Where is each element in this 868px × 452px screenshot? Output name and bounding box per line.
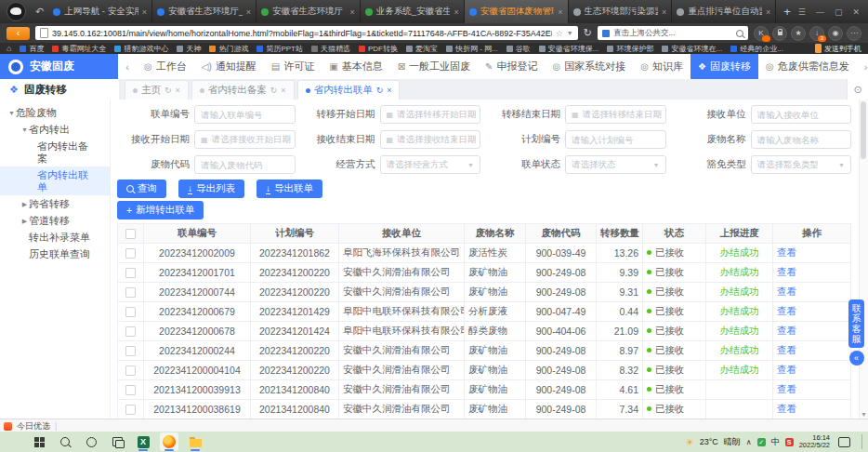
sidebar-item-transfer-record[interactable]: 省内转出备案 <box>0 138 110 166</box>
plan-no-input[interactable] <box>565 130 666 149</box>
nav-back-button[interactable]: ‹ <box>7 27 30 40</box>
antivirus-icon[interactable]: ✓ <box>757 438 766 446</box>
taskbar-app-explorer[interactable] <box>186 432 204 451</box>
view-link[interactable]: 查看 <box>777 403 796 414</box>
tab-close-icon[interactable]: × <box>554 7 562 17</box>
new-tab-button[interactable]: + <box>783 5 791 19</box>
waste-code-input[interactable] <box>194 155 296 174</box>
more-button[interactable]: ⋯ <box>847 26 861 41</box>
nav-item-national-system[interactable]: ◎国家系统对接 <box>545 54 633 79</box>
weather-temp[interactable]: 23°C <box>700 437 718 446</box>
tab-close-icon[interactable]: × <box>281 86 285 95</box>
tab-close-icon[interactable]: × <box>450 7 458 17</box>
search-button[interactable]: 查询 <box>117 179 166 198</box>
exemption-type-select[interactable]: 请选择豁免类型▼ <box>751 155 852 174</box>
tab-close-icon[interactable]: × <box>176 86 180 95</box>
vertical-scrollbar[interactable]: ▼ <box>859 100 868 419</box>
sidebar-item-provincial-transfer-out[interactable]: ▼省内转出 <box>0 121 110 138</box>
taskbar-app-browser[interactable] <box>160 432 178 451</box>
tab-close-icon[interactable]: × <box>347 7 355 17</box>
waste-name-input[interactable] <box>751 130 852 149</box>
today-deals-label[interactable]: 今日优选 <box>17 420 50 432</box>
nav-item-hazwaste-supply-info[interactable]: ◎危废供需信息发 <box>758 54 857 79</box>
cortana-button[interactable] <box>82 432 100 451</box>
customer-service-button[interactable]: 联系客服 <box>848 299 864 348</box>
view-link[interactable]: 查看 <box>777 246 796 258</box>
add-manifest-button[interactable]: +新增转出联单 <box>117 201 204 219</box>
home-icon[interactable]: ⌂ <box>7 44 11 53</box>
nav-scroll-left-icon[interactable]: ‹ <box>118 54 137 79</box>
close-button[interactable]: ✕ <box>852 7 860 17</box>
transfer-start-date-input[interactable]: ▦请选择转移开始日期 <box>380 105 481 124</box>
receive-start-date-input[interactable]: ▦请选择接收开始日期 <box>194 130 296 149</box>
refresh-icon[interactable]: ↻ <box>584 27 592 39</box>
tab-close-icon[interactable]: × <box>138 7 147 17</box>
view-link[interactable]: 查看 <box>777 344 796 355</box>
nav-item-basic-info[interactable]: ▣基本信息 <box>322 54 389 79</box>
browser-logo-icon[interactable] <box>7 2 26 21</box>
sidebar-item-supplementary-entry[interactable]: 转出补录菜单 <box>0 229 110 246</box>
browser-tab[interactable]: 安徽省生态环境厅× <box>256 0 361 23</box>
tab-provincial-transfer-manifest[interactable]: 省内转出联单↻× <box>297 80 401 100</box>
collapse-button[interactable]: « <box>849 351 864 366</box>
bookmark[interactable]: 安徽省环境在... <box>662 44 722 54</box>
bookmark[interactable]: 快折网 - 网... <box>446 44 498 54</box>
minimize-button[interactable]: — <box>816 7 824 17</box>
clock[interactable]: 16:14 2022/5/22 <box>799 434 830 450</box>
bookmark[interactable]: PDF转换 <box>359 44 398 54</box>
row-checkbox[interactable] <box>125 307 136 317</box>
weather-text[interactable]: 晴朗 <box>724 436 741 448</box>
tab-refresh-icon[interactable]: ↻ <box>270 86 278 95</box>
row-checkbox[interactable] <box>125 287 136 298</box>
url-text[interactable]: 39.145.0.162:10081/main/view/home/horizo… <box>52 29 552 38</box>
favorites-button[interactable]: ★ <box>791 26 806 41</box>
bookmark[interactable]: 热门游戏 <box>209 44 248 54</box>
task-view-button[interactable] <box>108 432 126 451</box>
tab-refresh-icon[interactable]: ↻ <box>164 86 172 95</box>
row-checkbox[interactable] <box>125 326 136 337</box>
scrollbar-down-icon[interactable]: ▼ <box>860 411 868 418</box>
notification-center-icon[interactable] <box>838 437 850 447</box>
browser-search-box[interactable]: 直击上海公共交... <box>598 26 748 40</box>
browser-tab[interactable]: 上网导航 - 安全实用...× <box>48 0 152 23</box>
scrollbar-thumb[interactable] <box>861 101 866 159</box>
select-all-checkbox[interactable] <box>125 229 136 239</box>
bookmark[interactable]: 经典的企业... <box>730 44 783 54</box>
row-checkbox[interactable] <box>125 268 136 278</box>
lock-button[interactable] <box>772 26 787 41</box>
browser-menu-icon[interactable]: ☰ <box>798 7 806 17</box>
game-center-button[interactable]: ◉ <box>828 26 843 41</box>
nav-item-knowledge-base[interactable]: ◎知识库 <box>633 54 690 79</box>
view-link[interactable]: 查看 <box>777 286 796 297</box>
download-button[interactable]: ↓3 <box>809 26 824 41</box>
row-checkbox[interactable] <box>125 366 136 376</box>
favorite-star-icon[interactable]: ☆ <box>556 29 563 38</box>
nav-item-waste-transfer[interactable]: ❖固废转移 <box>690 54 758 79</box>
export-list-button[interactable]: ↓导出列表 <box>178 179 244 198</box>
sidebar-item-cross-province-transfer[interactable]: ▶跨省转移 <box>0 195 110 212</box>
maximize-button[interactable]: ▢ <box>835 7 843 17</box>
tray-app-icon[interactable]: S <box>785 438 794 446</box>
browser-tab[interactable]: 安徽省生态环境厅_...× <box>152 0 256 23</box>
manifest-status-select[interactable]: 请选择状态▼ <box>565 155 666 174</box>
transfer-end-date-input[interactable]: ▦请选择转移结束日期 <box>565 105 666 124</box>
sidebar-item-pipeline-transfer[interactable]: ▶管道转移 <box>0 212 110 229</box>
tab-refresh-icon[interactable]: ↻ <box>376 86 384 95</box>
tab-close-icon[interactable]: × <box>387 86 391 95</box>
browser-tab[interactable]: 业务系统_安徽省生...× <box>361 0 465 23</box>
tab-provincial-transfer-record[interactable]: 省内转出备案↻× <box>191 80 295 100</box>
browser-tab[interactable]: 重点排污单位自动监...× <box>672 0 776 23</box>
search-icon[interactable] <box>736 30 743 37</box>
sidebar-item-history-manifest-query[interactable]: 历史联单查询 <box>0 246 110 262</box>
operation-mode-select[interactable]: 请选择经营方式▼ <box>380 155 481 174</box>
nav-item-license[interactable]: ▤许可证 <box>264 54 322 79</box>
url-dropdown-icon[interactable]: ▼ <box>567 30 573 36</box>
tab-home[interactable]: 主页↻× <box>125 80 189 100</box>
nav-item-general-industrial-waste[interactable]: ⊠一般工业固废 <box>390 54 478 79</box>
view-link[interactable]: 查看 <box>777 364 796 375</box>
bookmark[interactable]: 百度 <box>20 44 44 54</box>
nav-item-notifications[interactable]: ◁)通知提醒 <box>194 54 264 79</box>
bookmark[interactable]: 简历PPT站 <box>256 44 303 54</box>
bookmark[interactable]: 爱淘宝 <box>406 44 438 54</box>
browser-tab[interactable]: 生态环境部污染源监...× <box>569 0 673 23</box>
